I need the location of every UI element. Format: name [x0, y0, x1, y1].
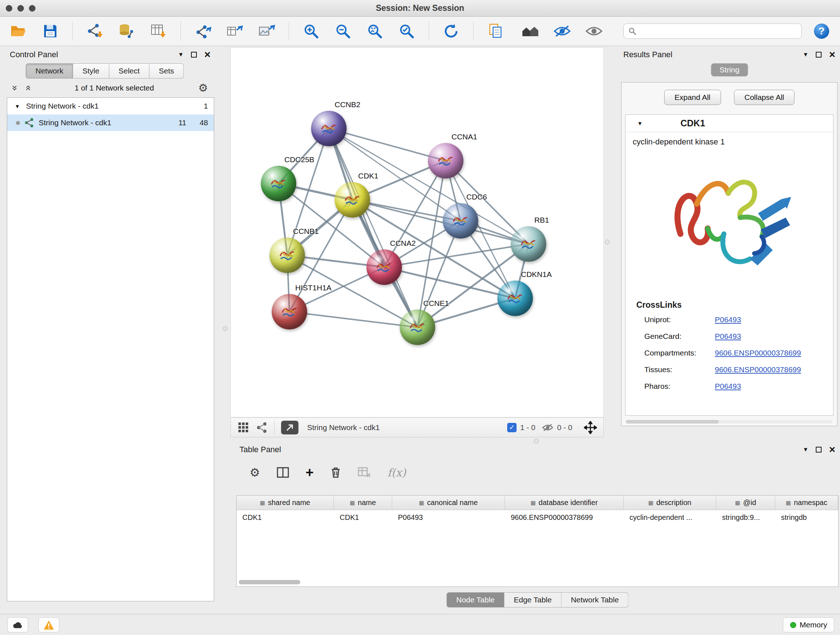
column-header-description[interactable]: ▦description — [624, 496, 716, 510]
splitter-handle[interactable] — [605, 240, 609, 244]
protein-thumbnail-icon — [450, 211, 471, 231]
tab-style[interactable]: Style — [73, 63, 109, 79]
crosslink-link[interactable]: P06493 — [715, 382, 741, 391]
birds-eye-view-icon[interactable] — [237, 421, 249, 434]
network-canvas[interactable]: CCNB2CCNA1CDC25BCDK1CDC6RB1CCNB1CCNA2CDK… — [231, 48, 604, 417]
save-session-button[interactable] — [41, 21, 60, 41]
clone-network-button[interactable] — [225, 21, 245, 41]
tab-network-table[interactable]: Network Table — [561, 592, 629, 608]
import-network-from-file-button[interactable] — [85, 21, 104, 41]
new-network-from-selection-button[interactable] — [193, 21, 213, 41]
network-edge-CCNE1-HIST1H1A[interactable] — [289, 312, 417, 327]
tab-network[interactable]: Network — [26, 63, 73, 79]
string-home-button[interactable] — [521, 21, 540, 41]
zoom-out-button[interactable] — [333, 21, 353, 41]
add-row-icon[interactable]: + — [306, 466, 314, 479]
network-node-CCNB1[interactable] — [270, 238, 305, 273]
collapse-all-networks-icon[interactable]: » — [11, 86, 20, 90]
network-edge-CCNB2-CCNE1[interactable] — [329, 128, 417, 327]
network-row[interactable]: String Network - cdk1 11 48 — [7, 114, 214, 131]
column-header-shared-name[interactable]: ▦shared name — [237, 496, 334, 510]
network-node-CCNA2[interactable] — [366, 249, 402, 285]
cloud-status-button[interactable] — [7, 617, 28, 632]
collapse-all-button[interactable]: Collapse All — [734, 90, 795, 105]
protein-card-header[interactable]: ▼ CDK1 — [625, 115, 833, 132]
float-panel-icon[interactable]: ▼ — [803, 51, 808, 58]
show-columns-icon[interactable] — [277, 467, 289, 478]
table-options-gear-icon[interactable]: ⚙ — [249, 467, 260, 478]
open-session-button[interactable] — [9, 21, 28, 41]
zoom-in-button[interactable] — [302, 21, 321, 41]
crosslink-link[interactable]: P06493 — [715, 332, 741, 340]
crosslink-link[interactable]: 9606.ENSP00000378699 — [715, 365, 801, 374]
document-copy-button[interactable] — [486, 21, 505, 41]
column-header--id[interactable]: ▦@id — [716, 496, 775, 510]
table-horizontal-scrollbar[interactable] — [237, 580, 838, 585]
expand-all-button[interactable]: Expand All — [664, 90, 721, 105]
tab-select[interactable]: Select — [109, 63, 149, 79]
import-network-from-database-button[interactable] — [117, 21, 136, 41]
close-panel-icon[interactable]: ✕ — [829, 446, 836, 454]
network-edge-CCNA2-CDKN1A[interactable] — [384, 267, 515, 298]
protein-thumbnail-icon — [518, 233, 539, 255]
network-collection-row[interactable]: ▼ String Network - cdk1 1 — [7, 98, 214, 114]
column-header-database-identifier[interactable]: ▦database identifier — [505, 496, 624, 510]
expand-all-networks-icon[interactable]: » — [23, 86, 33, 90]
table-panel: Table Panel ▼ ✕ ⚙ + f(x) ▦shared name▦na… — [235, 442, 840, 612]
zoom-window-button[interactable] — [29, 5, 35, 11]
dock-panel-icon[interactable] — [816, 52, 821, 57]
tab-node-table[interactable]: Node Table — [447, 592, 504, 608]
export-image-button[interactable] — [257, 21, 276, 41]
help-button[interactable]: ? — [814, 24, 829, 39]
float-panel-icon[interactable]: ▼ — [178, 51, 184, 58]
close-panel-icon[interactable]: ✕ — [829, 51, 836, 59]
column-header-canonical-name[interactable]: ▦canonical name — [392, 496, 505, 510]
crosslink-link[interactable]: P06493 — [715, 315, 741, 324]
apply-layout-button[interactable] — [441, 21, 461, 41]
tab-string[interactable]: String — [711, 63, 748, 76]
tab-edge-table[interactable]: Edge Table — [504, 592, 561, 608]
network-node-CDKN1A[interactable] — [497, 280, 533, 316]
collapse-triangle-icon[interactable]: ▼ — [636, 120, 644, 126]
close-window-button[interactable] — [6, 5, 12, 11]
results-horizontal-scrollbar[interactable] — [626, 420, 833, 424]
crosslink-row: Compartments:9606.ENSP00000378699 — [625, 345, 833, 361]
collapse-triangle-icon[interactable]: ▼ — [13, 103, 22, 109]
delete-row-trash-icon[interactable] — [330, 467, 341, 478]
dock-panel-icon[interactable] — [191, 52, 197, 57]
share-network-icon[interactable] — [256, 422, 268, 433]
float-panel-icon[interactable]: ▼ — [803, 447, 808, 453]
selected-checkbox-icon[interactable]: ✓ — [507, 423, 516, 432]
column-header-namespac[interactable]: ▦namespac — [775, 496, 838, 510]
column-header-name[interactable]: ▦name — [334, 496, 392, 510]
search-input[interactable] — [637, 27, 797, 35]
copy-document-icon — [487, 23, 504, 40]
table-row[interactable]: CDK1CDK1P064939606.ENSP00000378699cyclin… — [237, 510, 838, 524]
network-node-CCNE1[interactable] — [400, 310, 435, 345]
network-node-CCNB2[interactable] — [311, 111, 347, 146]
memory-button[interactable]: Memory — [783, 617, 834, 632]
network-node-RB1[interactable] — [511, 226, 546, 262]
close-panel-icon[interactable]: ✕ — [204, 51, 211, 59]
dock-panel-icon[interactable] — [816, 447, 821, 453]
open-in-browser-button[interactable] — [281, 421, 298, 434]
network-node-CDC6[interactable] — [443, 203, 478, 239]
show-hide-panel-button[interactable] — [584, 21, 604, 41]
network-node-HIST1H1A[interactable] — [272, 294, 307, 329]
network-node-CCNA1[interactable] — [428, 143, 463, 179]
minimize-window-button[interactable] — [17, 5, 24, 11]
splitter-handle[interactable] — [223, 326, 227, 331]
zoom-fit-button[interactable] — [365, 21, 385, 41]
network-options-gear-icon[interactable]: ⚙ — [198, 82, 208, 93]
network-node-CDC25B[interactable] — [261, 166, 296, 201]
zoom-selected-button[interactable] — [397, 21, 416, 41]
network-edge-CCNB2-CCNA1[interactable] — [329, 128, 446, 161]
splitter-handle[interactable] — [534, 439, 538, 443]
tab-sets[interactable]: Sets — [149, 63, 184, 79]
warnings-button[interactable] — [38, 617, 59, 632]
enhanced-labels-toggle-button[interactable] — [553, 21, 572, 41]
import-table-button[interactable] — [149, 21, 168, 41]
network-node-CDK1[interactable] — [335, 182, 370, 218]
pan-move-icon[interactable] — [584, 421, 597, 434]
crosslink-link[interactable]: 9606.ENSP00000378699 — [715, 348, 801, 357]
